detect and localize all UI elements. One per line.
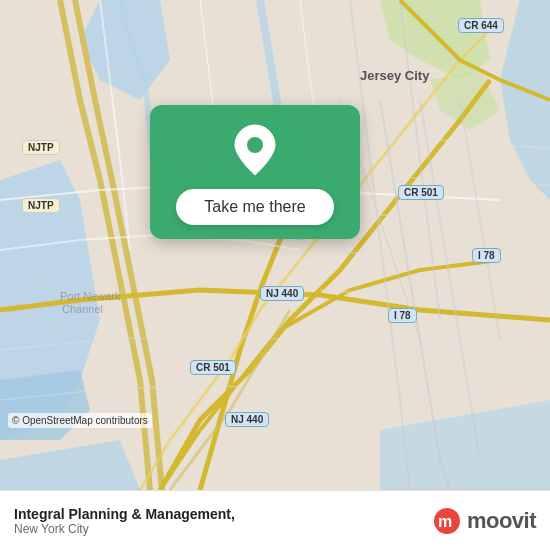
moovit-text: moovit xyxy=(467,508,536,534)
footer-info: Integral Planning & Management, New York… xyxy=(14,506,235,536)
svg-text:m: m xyxy=(438,513,452,530)
moovit-icon: m xyxy=(433,507,461,535)
road-label-cr644: CR 644 xyxy=(458,18,504,33)
road-label-njtp2: NJTP xyxy=(22,198,60,213)
footer-bar: Integral Planning & Management, New York… xyxy=(0,490,550,550)
map-container: Port Newark Channel Jersey City NJTP NJT… xyxy=(0,0,550,490)
footer-subtitle: New York City xyxy=(14,522,235,536)
footer-title: Integral Planning & Management, xyxy=(14,506,235,522)
svg-text:Port Newark: Port Newark xyxy=(60,290,121,302)
road-label-i78b: I 78 xyxy=(388,308,417,323)
copyright-notice: © OpenStreetMap contributors xyxy=(8,413,152,428)
moovit-logo: m moovit xyxy=(433,507,536,535)
road-label-i78a: I 78 xyxy=(472,248,501,263)
road-label-njtp1: NJTP xyxy=(22,140,60,155)
road-label-nj440a: NJ 440 xyxy=(260,286,304,301)
svg-point-12 xyxy=(247,137,263,153)
road-label-cr501b: CR 501 xyxy=(190,360,236,375)
road-label-nj440b: NJ 440 xyxy=(225,412,269,427)
road-label-cr501a: CR 501 xyxy=(398,185,444,200)
location-card: Take me there xyxy=(150,105,360,239)
svg-text:Channel: Channel xyxy=(62,303,103,315)
pin-icon xyxy=(228,123,282,177)
svg-text:Jersey City: Jersey City xyxy=(360,68,430,83)
take-me-there-button[interactable]: Take me there xyxy=(176,189,333,225)
